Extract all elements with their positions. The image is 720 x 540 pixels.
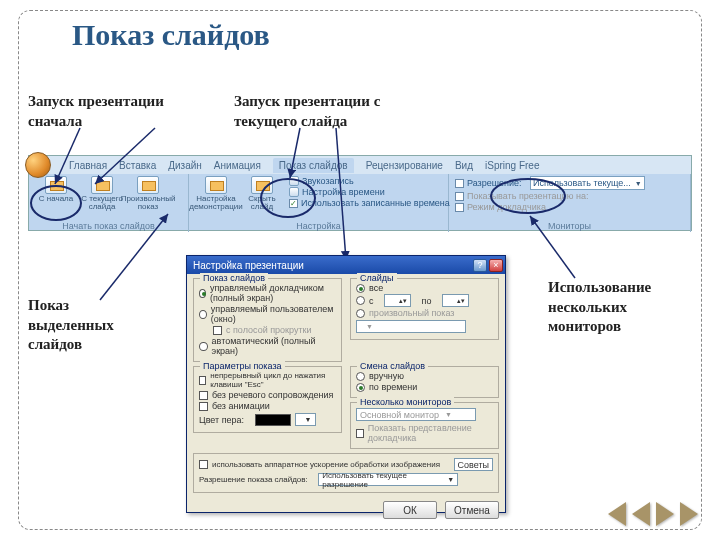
callout-label-from-start: Запуск презентации сначала — [28, 92, 198, 131]
setup-show-dialog: Настройка презентации ? × Показ слайдов … — [186, 255, 506, 513]
pen-color-dropdown[interactable]: ▼ — [295, 413, 316, 426]
chk-presenter-view[interactable]: Режим докладчика — [455, 202, 684, 212]
fieldset-monitors: Несколько мониторов Основной монитор▼ По… — [350, 402, 499, 449]
slide-nav — [608, 502, 698, 526]
checkbox-icon — [455, 192, 464, 201]
radio-custom-show[interactable]: произвольный показ — [356, 308, 493, 318]
nav-last-icon[interactable] — [680, 502, 698, 526]
page-title: Показ слайдов — [72, 18, 270, 52]
fieldset-show-type: Показ слайдов управляемый докладчиком (п… — [193, 278, 342, 362]
perf-resolution-dropdown[interactable]: Использовать текущее разрешение▼ — [318, 473, 458, 486]
btn-record-narration[interactable]: Звукозапись — [289, 176, 450, 186]
chk-hw-accel[interactable]: использовать аппаратное ускорение обрабо… — [199, 458, 493, 471]
custom-show-dropdown[interactable]: ▼ — [356, 320, 466, 333]
ribbon-tabs: Главная Вставка Дизайн Анимация Показ сл… — [29, 156, 691, 174]
tips-button[interactable]: Советы — [454, 458, 493, 471]
radio-manual[interactable]: вручную — [356, 371, 493, 381]
close-button[interactable]: × — [489, 259, 503, 272]
spin-to[interactable]: ▴▾ — [442, 294, 469, 307]
radio-from-to[interactable]: с ▴▾ по ▴▾ — [356, 294, 493, 307]
row-resolution: Разрешение: Использовать текуще...▼ — [455, 176, 684, 190]
pen-color-picker[interactable] — [255, 414, 291, 426]
btn-setup-show[interactable]: Настройка демонстрации — [195, 176, 237, 211]
checkbox-icon — [455, 203, 464, 212]
chk-loop[interactable]: непрерывный цикл до нажатия клавиши "Esc… — [199, 371, 336, 389]
callout-label-from-current: Запуск презентации с текущего слайда — [234, 92, 424, 131]
radio-timings[interactable]: по времени — [356, 382, 493, 392]
group-title-monitors: Мониторы — [455, 221, 684, 231]
tab-insert[interactable]: Вставка — [119, 160, 156, 171]
callout-label-monitors: Использование нескольких мониторов — [548, 278, 688, 337]
checkbox-icon — [455, 179, 464, 188]
ok-button[interactable]: ОК — [383, 501, 437, 519]
monitor-dropdown[interactable]: Основной монитор▼ — [356, 408, 476, 421]
chk-no-animation[interactable]: без анимации — [199, 401, 336, 411]
fieldset-show-options: Параметры показа непрерывный цикл до наж… — [193, 366, 342, 433]
from-current-icon — [91, 176, 113, 194]
office-orb-button[interactable] — [25, 152, 51, 178]
chk-no-narration[interactable]: без речевого сопровождения — [199, 390, 336, 400]
btn-custom-show[interactable]: Произвольный показ — [127, 176, 169, 211]
tab-home[interactable]: Главная — [69, 160, 107, 171]
chevron-down-icon: ▼ — [635, 180, 642, 187]
btn-from-current[interactable]: С текущего слайда — [81, 176, 123, 211]
group-title-setup: Настройка — [195, 221, 442, 231]
tab-animation[interactable]: Анимация — [214, 160, 261, 171]
ribbon: Главная Вставка Дизайн Анимация Показ сл… — [28, 155, 692, 231]
help-button[interactable]: ? — [473, 259, 487, 272]
tab-ispring[interactable]: iSpring Free — [485, 160, 539, 171]
annotation-circle-1 — [30, 185, 82, 221]
radio-all-slides[interactable]: все — [356, 283, 493, 293]
dialog-titlebar: Настройка презентации ? × — [187, 256, 505, 274]
group-title-start: Начать показ слайдов — [35, 221, 182, 231]
tab-view[interactable]: Вид — [455, 160, 473, 171]
cancel-button[interactable]: Отмена — [445, 501, 499, 519]
spin-from[interactable]: ▴▾ — [384, 294, 411, 307]
annotation-circle-2 — [260, 178, 316, 218]
nav-first-icon[interactable] — [608, 502, 626, 526]
tab-design[interactable]: Дизайн — [168, 160, 202, 171]
tab-slideshow[interactable]: Показ слайдов — [273, 158, 354, 173]
radio-kiosk[interactable]: автоматический (полный экран) — [199, 336, 336, 356]
fieldset-performance: использовать аппаратное ускорение обрабо… — [193, 453, 499, 493]
setup-icon — [205, 176, 227, 194]
nav-next-icon[interactable] — [656, 502, 674, 526]
fieldset-advance: Смена слайдов вручную по времени — [350, 366, 499, 398]
chk-scrollbar[interactable]: с полосой прокрутки — [213, 325, 336, 335]
fieldset-slides: Слайды все с ▴▾ по ▴▾ произвольный показ… — [350, 278, 499, 340]
dialog-title-text: Настройка презентации — [193, 260, 304, 271]
annotation-circle-3 — [490, 178, 566, 214]
custom-show-icon — [137, 176, 159, 194]
callout-label-custom-show: Показ выделенных слайдов — [28, 296, 148, 355]
chk-presenter-view-dlg[interactable]: Показать представление докладчика — [356, 423, 493, 443]
radio-presenter[interactable]: управляемый докладчиком (полный экран) — [199, 283, 336, 303]
radio-browsed-window[interactable]: управляемый пользователем (окно) — [199, 304, 336, 324]
tab-review[interactable]: Рецензирование — [366, 160, 443, 171]
nav-prev-icon[interactable] — [632, 502, 650, 526]
